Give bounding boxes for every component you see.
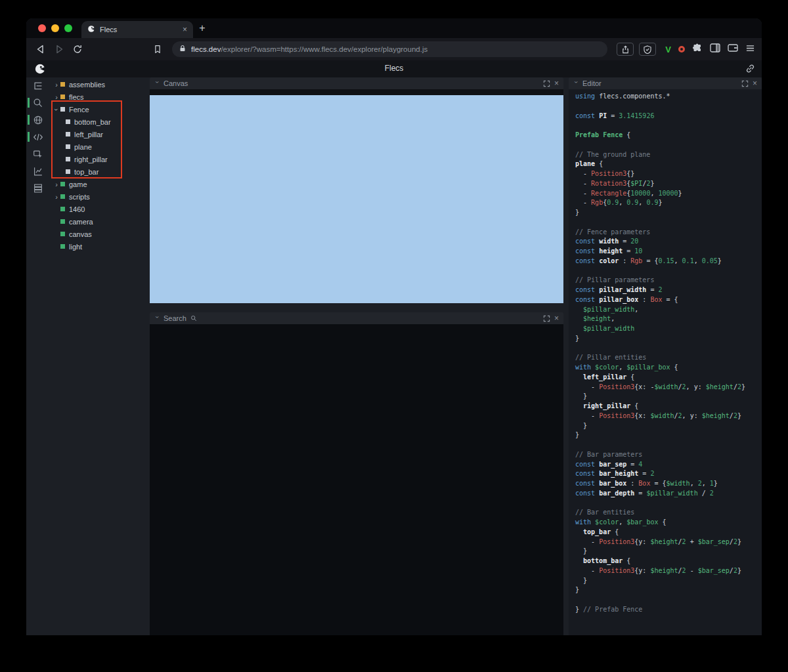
- code-line[interactable]: - Rotation3{$PI/2}: [575, 179, 762, 189]
- stats-icon[interactable]: [32, 165, 45, 178]
- search-icon[interactable]: [32, 96, 45, 110]
- code-line[interactable]: [575, 140, 762, 150]
- chevron-right-icon[interactable]: ›: [53, 193, 60, 201]
- maximize-window-button[interactable]: [64, 24, 72, 32]
- chevron-down-icon[interactable]: ›: [154, 316, 161, 321]
- code-line[interactable]: - Position3{y: $height/2 + $bar_sep/2}: [575, 537, 762, 547]
- code-line[interactable]: }: [575, 585, 762, 595]
- code-line[interactable]: top_bar {: [575, 528, 762, 537]
- code-line[interactable]: with $color, $pillar_box {: [575, 363, 762, 373]
- vimium-extension-icon[interactable]: V: [665, 45, 671, 54]
- code-line[interactable]: [575, 218, 762, 228]
- code-line[interactable]: $pillar_width: [575, 324, 762, 334]
- code-line[interactable]: const height = 10: [575, 247, 762, 257]
- tree-item-camera[interactable]: camera: [50, 215, 146, 228]
- close-icon[interactable]: ×: [753, 79, 757, 87]
- expand-icon[interactable]: [741, 80, 749, 87]
- code-line[interactable]: }: [575, 208, 762, 218]
- expand-icon[interactable]: [543, 315, 550, 322]
- tree-item-scripts[interactable]: ›scripts: [50, 190, 146, 203]
- code-line[interactable]: const bar_box : Box = {$width, 2, 1}: [575, 479, 762, 489]
- code-line[interactable]: const pillar_width = 2: [575, 285, 762, 295]
- tree-item-1460[interactable]: 1460: [50, 203, 146, 215]
- code-line[interactable]: // Pillar entities: [575, 353, 762, 363]
- tree-item-Fence[interactable]: ›Fence: [50, 103, 146, 116]
- code-line[interactable]: // The ground plane: [575, 150, 762, 160]
- tree-item-plane[interactable]: plane: [50, 140, 146, 153]
- browser-tab[interactable]: Flecs ×: [81, 21, 193, 38]
- chevron-right-icon[interactable]: ›: [53, 180, 60, 188]
- side-panel-icon[interactable]: [710, 43, 720, 55]
- code-editor[interactable]: using flecs.components.* const PI = 3.14…: [569, 89, 762, 635]
- code-line[interactable]: - Rectangle{10000, 10000}: [575, 189, 762, 199]
- code-line[interactable]: $height,: [575, 314, 762, 324]
- shield-button[interactable]: [639, 43, 656, 56]
- code-line[interactable]: plane {: [575, 159, 762, 169]
- new-tab-button[interactable]: +: [193, 20, 211, 37]
- code-line[interactable]: const pillar_box : Box = {: [575, 295, 762, 305]
- tree-item-assemblies[interactable]: ›assemblies: [50, 78, 146, 91]
- minimize-window-button[interactable]: [51, 24, 59, 32]
- chevron-down-icon[interactable]: ›: [573, 81, 580, 86]
- code-line[interactable]: // Bar parameters: [575, 450, 762, 460]
- back-button[interactable]: [33, 41, 49, 57]
- tree-item-left_pillar[interactable]: left_pillar: [50, 128, 146, 140]
- code-line[interactable]: }: [575, 421, 762, 431]
- close-icon[interactable]: ×: [554, 79, 559, 87]
- wallet-icon[interactable]: [728, 43, 738, 55]
- code-line[interactable]: const PI = 3.1415926: [575, 112, 762, 121]
- code-line[interactable]: }: [575, 547, 762, 556]
- code-line[interactable]: const color : Rgb = {0.15, 0.1, 0.05}: [575, 257, 762, 266]
- code-line[interactable]: right_pillar {: [575, 402, 762, 411]
- tab-close-icon[interactable]: ×: [183, 26, 187, 33]
- tree-item-bottom_bar[interactable]: bottom_bar: [50, 116, 146, 128]
- code-line[interactable]: [575, 344, 762, 354]
- code-line[interactable]: - Position3{}: [575, 169, 762, 179]
- chevron-down-icon[interactable]: ›: [53, 106, 60, 114]
- code-line[interactable]: $pillar_width,: [575, 305, 762, 315]
- expand-icon[interactable]: [543, 80, 550, 87]
- close-window-button[interactable]: [38, 24, 46, 32]
- record-extension-icon[interactable]: [678, 46, 685, 52]
- code-line[interactable]: const width = 20: [575, 237, 762, 247]
- chevron-right-icon[interactable]: ›: [53, 81, 60, 89]
- code-line[interactable]: [575, 121, 762, 131]
- memory-icon[interactable]: [32, 182, 45, 195]
- code-line[interactable]: [575, 102, 762, 112]
- tree-item-top_bar[interactable]: top_bar: [50, 165, 146, 178]
- tree-item-canvas[interactable]: canvas: [50, 228, 146, 240]
- reload-button[interactable]: [70, 41, 85, 57]
- code-line[interactable]: - Rgb{0.9, 0.9, 0.9}: [575, 198, 762, 208]
- tree-item-game[interactable]: ›game: [50, 178, 146, 190]
- code-line[interactable]: [575, 266, 762, 276]
- code-line[interactable]: - Position3{x: $width/2, y: $height/2}: [575, 411, 762, 421]
- share-link-icon[interactable]: [745, 64, 755, 76]
- code-line[interactable]: bottom_bar {: [575, 556, 762, 566]
- code-line[interactable]: - Position3{x: -$width/2, y: $height/2}: [575, 383, 762, 392]
- tree-item-flecs[interactable]: ›flecs: [50, 91, 146, 103]
- menu-icon[interactable]: [745, 43, 755, 55]
- code-line[interactable]: [575, 440, 762, 450]
- code-line[interactable]: } // Prefab Fence: [575, 605, 762, 615]
- code-line[interactable]: }: [575, 430, 762, 440]
- code-line[interactable]: - Position3{y: $height/2 - $bar_sep/2}: [575, 566, 762, 576]
- address-bar[interactable]: flecs.dev/explorer/?wasm=https://www.fle…: [172, 41, 607, 57]
- code-line[interactable]: const bar_sep = 4: [575, 460, 762, 470]
- code-line[interactable]: [575, 595, 762, 605]
- bookmark-icon[interactable]: [150, 41, 165, 57]
- code-line[interactable]: left_pillar {: [575, 373, 762, 383]
- entity-tree-icon[interactable]: [32, 79, 45, 93]
- code-line[interactable]: // Bar entities: [575, 508, 762, 518]
- world-icon[interactable]: [32, 114, 45, 127]
- code-line[interactable]: }: [575, 576, 762, 586]
- code-line[interactable]: const bar_height = 2: [575, 469, 762, 479]
- chevron-down-icon[interactable]: ›: [154, 81, 161, 86]
- code-line[interactable]: }: [575, 392, 762, 402]
- puzzle-extensions-icon[interactable]: [692, 43, 703, 56]
- chevron-right-icon[interactable]: ›: [53, 93, 60, 101]
- forward-button[interactable]: [51, 41, 67, 57]
- inspector-icon[interactable]: [32, 148, 45, 161]
- code-icon[interactable]: [32, 131, 45, 144]
- code-line[interactable]: }: [575, 334, 762, 344]
- code-line[interactable]: Prefab Fence {: [575, 131, 762, 140]
